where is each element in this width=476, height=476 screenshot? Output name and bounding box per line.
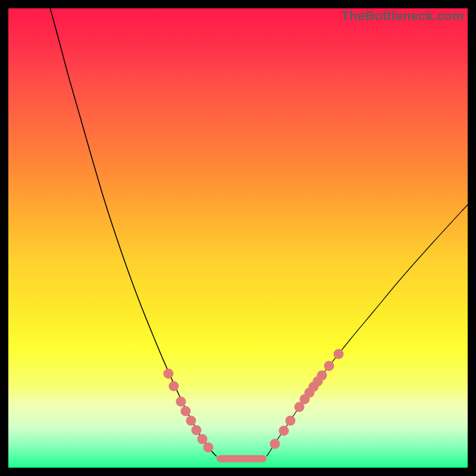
curve-right-branch [267,205,468,456]
data-point-marker [198,434,208,444]
plot-svg [8,8,468,468]
data-point-marker [176,397,186,407]
data-point-marker [181,406,191,416]
data-point-marker [270,439,280,449]
data-point-marker [203,443,214,453]
data-point-marker [192,425,202,436]
chart-frame: TheBottleneck.com [8,8,468,468]
data-point-marker [279,426,289,436]
data-point-marker [317,371,327,381]
data-point-marker [286,416,296,426]
data-point-marker [169,381,179,392]
data-point-marker [186,416,196,426]
data-markers [164,349,344,453]
data-point-marker [324,361,334,371]
min-plateau-bar [217,455,267,462]
data-point-marker [334,349,344,359]
data-point-marker [164,369,174,379]
curve-left-branch [45,8,217,456]
